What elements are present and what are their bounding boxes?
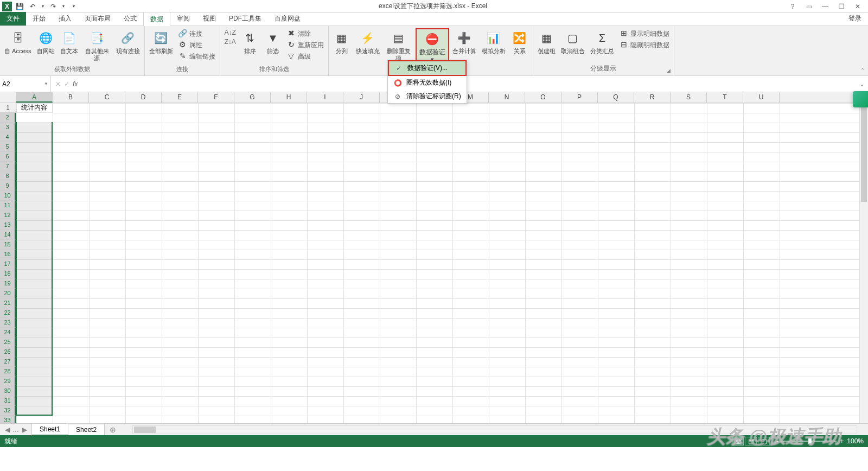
row-header-8[interactable]: 8: [0, 171, 16, 181]
row-header-13[interactable]: 13: [0, 220, 16, 230]
from-access-button[interactable]: 🗄自 Access: [2, 28, 34, 56]
ungroup-button[interactable]: ▢取消组合: [559, 28, 587, 56]
row-header-19[interactable]: 19: [0, 279, 16, 289]
view-normal-button[interactable]: ▦: [732, 437, 744, 445]
row-header-25[interactable]: 25: [0, 338, 16, 347]
row-header-33[interactable]: 33: [0, 416, 16, 423]
col-header-R[interactable]: R: [634, 92, 671, 103]
row-header-2[interactable]: 2: [0, 113, 16, 123]
col-header-A[interactable]: A: [16, 92, 53, 103]
formula-input[interactable]: [82, 76, 856, 92]
hide-detail-button[interactable]: ⊟隐藏明细数据: [617, 40, 672, 50]
subtotal-button[interactable]: Σ分类汇总: [588, 28, 616, 56]
col-header-I[interactable]: I: [307, 92, 343, 103]
whatif-button[interactable]: 📊模拟分析: [480, 28, 508, 56]
col-header-U[interactable]: U: [743, 92, 780, 103]
row-header-30[interactable]: 30: [0, 386, 16, 396]
ribbon-options-button[interactable]: ▭: [803, 3, 815, 10]
col-header-H[interactable]: H: [271, 92, 307, 103]
reapply-button[interactable]: ↻重新应用: [285, 40, 326, 50]
col-header-B[interactable]: B: [53, 92, 89, 103]
tab-file[interactable]: 文件: [0, 12, 26, 26]
undo-dropdown[interactable]: ▾: [40, 1, 46, 12]
row-header-3[interactable]: 3: [0, 123, 16, 132]
col-header-Q[interactable]: Q: [598, 92, 634, 103]
menu-circle-invalid[interactable]: ⭕ 圈释无效数据(I): [388, 76, 467, 90]
side-widget-icon[interactable]: [853, 91, 868, 107]
col-header-T[interactable]: T: [707, 92, 743, 103]
sort-desc-button[interactable]: Z↓A: [222, 37, 238, 46]
expand-formula-bar[interactable]: ⌄: [856, 80, 868, 88]
from-text-button[interactable]: 📄自文本: [58, 28, 80, 56]
vertical-scrollbar[interactable]: [859, 103, 868, 423]
row-header-12[interactable]: 12: [0, 211, 16, 220]
row-header-21[interactable]: 21: [0, 298, 16, 308]
row-header-26[interactable]: 26: [0, 347, 16, 357]
consolidate-button[interactable]: ➕合并计算: [450, 28, 478, 56]
connections-button[interactable]: 🔗连接: [176, 28, 218, 39]
minimize-button[interactable]: —: [819, 3, 831, 10]
row-header-5[interactable]: 5: [0, 142, 16, 152]
flash-fill-button[interactable]: ⚡快速填充: [354, 28, 382, 56]
name-box[interactable]: ▼: [0, 76, 51, 92]
view-page-break-button[interactable]: ▢: [758, 437, 770, 445]
row-header-14[interactable]: 14: [0, 230, 16, 240]
redo-button[interactable]: ↷: [48, 1, 59, 12]
v-scroll-thumb[interactable]: [861, 104, 867, 202]
fx-button[interactable]: fx: [73, 80, 78, 88]
row-header-4[interactable]: 4: [0, 132, 16, 142]
zoom-in-button[interactable]: +: [840, 437, 844, 445]
existing-connections-button[interactable]: 🔗现有连接: [114, 28, 142, 56]
cancel-formula-button[interactable]: ✕: [55, 80, 61, 88]
help-button[interactable]: ?: [787, 3, 799, 10]
tab-home[interactable]: 开始: [26, 12, 52, 26]
properties-button[interactable]: ⚙属性: [176, 40, 218, 50]
name-box-dropdown[interactable]: ▼: [44, 81, 48, 86]
tab-layout[interactable]: 页面布局: [78, 12, 117, 26]
show-detail-button[interactable]: ⊞显示明细数据: [617, 28, 672, 39]
view-page-layout-button[interactable]: ▤: [745, 437, 757, 445]
text-to-columns-button[interactable]: ▦分列: [331, 28, 353, 56]
row-header-22[interactable]: 22: [0, 308, 16, 318]
sheet-tab-1[interactable]: Sheet1: [31, 423, 68, 436]
new-sheet-button[interactable]: ⊕: [104, 425, 122, 434]
zoom-level[interactable]: 100%: [847, 437, 864, 445]
col-header-E[interactable]: E: [162, 92, 198, 103]
row-header-27[interactable]: 27: [0, 357, 16, 367]
col-header-O[interactable]: O: [525, 92, 561, 103]
from-other-button[interactable]: 📑自其他来源: [81, 28, 113, 63]
undo-button[interactable]: ↶: [27, 1, 38, 12]
tab-baidu[interactable]: 百度网盘: [268, 12, 307, 26]
row-header-24[interactable]: 24: [0, 328, 16, 338]
row-header-11[interactable]: 11: [0, 201, 16, 211]
name-box-input[interactable]: [2, 80, 40, 88]
sort-button[interactable]: ⇅排序: [239, 28, 261, 56]
row-header-7[interactable]: 7: [0, 162, 16, 171]
row-header-29[interactable]: 29: [0, 377, 16, 386]
cell-A1[interactable]: 统计内容: [16, 103, 53, 113]
row-header-32[interactable]: 32: [0, 406, 16, 416]
tab-data[interactable]: 数据: [143, 12, 170, 26]
qat-customize[interactable]: ▾: [68, 1, 79, 12]
tab-formulas[interactable]: 公式: [117, 12, 143, 26]
h-scroll-thumb[interactable]: [134, 427, 156, 433]
maximize-button[interactable]: ❐: [835, 3, 847, 10]
save-button[interactable]: 💾: [14, 1, 25, 12]
row-header-17[interactable]: 17: [0, 259, 16, 269]
remove-duplicates-button[interactable]: ▤删除重复项: [383, 28, 414, 63]
col-header-S[interactable]: S: [671, 92, 707, 103]
col-header-F[interactable]: F: [198, 92, 234, 103]
cell-grid[interactable]: 统计内容: [16, 103, 868, 423]
col-header-D[interactable]: D: [125, 92, 162, 103]
menu-clear-circles[interactable]: ⊘ 清除验证标识圈(R): [388, 90, 467, 103]
row-header-15[interactable]: 15: [0, 240, 16, 250]
collapse-ribbon-button[interactable]: ⌃: [860, 67, 865, 73]
zoom-slider[interactable]: [782, 441, 837, 442]
menu-data-validation[interactable]: ✓ 数据验证(V)...: [388, 60, 467, 76]
row-header-6[interactable]: 6: [0, 152, 16, 162]
clear-filter-button[interactable]: ✖清除: [285, 28, 326, 39]
row-header-16[interactable]: 16: [0, 250, 16, 259]
sheet-tab-2[interactable]: Sheet2: [68, 424, 105, 435]
edit-links-button[interactable]: ✎编辑链接: [176, 51, 218, 62]
zoom-out-button[interactable]: −: [775, 437, 779, 445]
